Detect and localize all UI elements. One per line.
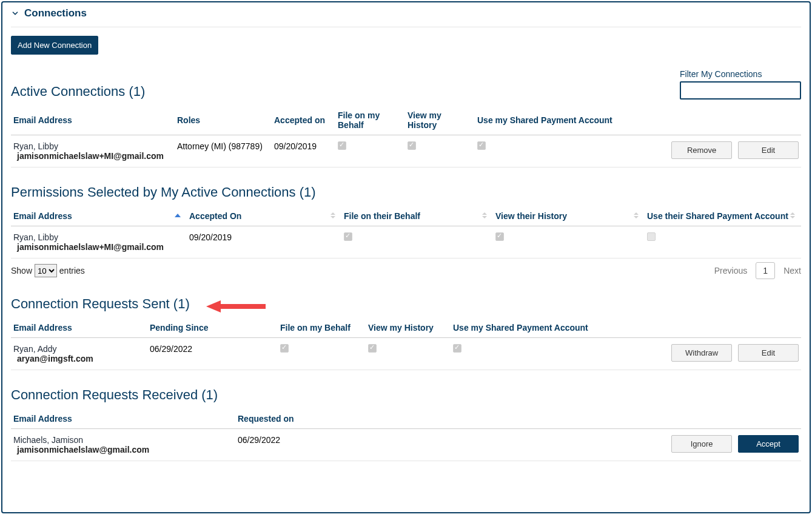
pager-next[interactable]: Next [783, 266, 801, 275]
col-email[interactable]: Email Address [11, 409, 235, 429]
row-roles: Attorney (MI) (987789) [175, 135, 272, 167]
checkbox-shared-payment [647, 232, 656, 241]
permissions-title: Permissions Selected by My Active Connec… [11, 184, 801, 200]
table-row: Michaels, Jamison jamisonmichaelslaw@gma… [11, 429, 801, 461]
requests-sent-title: Connection Requests Sent (1) [11, 296, 801, 312]
add-new-connection-button[interactable]: Add New Connection [11, 36, 98, 55]
checkbox-file-behalf [280, 344, 289, 353]
panel-title: Connections [24, 7, 87, 19]
checkbox-view-history [368, 344, 377, 353]
table-row: Ryan, Libby jamisonmichaelslaw+MI@gmail.… [11, 226, 801, 258]
col-file-behalf[interactable]: File on their Behalf [341, 206, 493, 226]
pager-row: Show 10 entries Previous 1 Next [11, 262, 801, 279]
connections-header[interactable]: Connections [11, 2, 801, 27]
table-row: Ryan, Libby jamisonmichaelslaw+MI@gmail.… [11, 135, 801, 167]
row-email: jamisonmichaelslaw+MI@gmail.com [17, 151, 172, 161]
col-accepted-on[interactable]: Accepted On [187, 206, 341, 226]
checkbox-file-behalf [344, 232, 352, 241]
permissions-table: Email Address Accepted On File on their … [11, 206, 801, 258]
filter-label: Filter My Connections [680, 69, 801, 79]
show-label: Show [11, 266, 32, 275]
col-actions [632, 106, 801, 135]
requests-received-table: Email Address Requested on Michaels, Jam… [11, 409, 801, 461]
edit-button[interactable]: Edit [738, 141, 799, 159]
col-email[interactable]: Email Address [11, 106, 175, 135]
row-name: Ryan, Libby [13, 141, 172, 151]
col-pending-since[interactable]: Pending Since [147, 318, 278, 338]
row-name: Ryan, Libby [13, 232, 184, 242]
connections-panel: Connections Add New Connection Active Co… [1, 1, 811, 513]
row-email: jamisonmichaelslaw@gmail.com [17, 445, 233, 454]
row-name: Ryan, Addy [13, 344, 145, 354]
active-connections-table: Email Address Roles Accepted on File on … [11, 106, 801, 167]
col-email[interactable]: Email Address [11, 206, 187, 226]
col-shared-payment[interactable]: Use my Shared Payment Account [475, 106, 632, 135]
row-email: aryan@imgsft.com [17, 354, 145, 363]
col-view-history[interactable]: View my History [405, 106, 475, 135]
withdraw-button[interactable]: Withdraw [671, 344, 732, 362]
col-requested-on[interactable]: Requested on [235, 409, 643, 429]
table-header-row: Email Address Pending Since File on my B… [11, 318, 801, 338]
svg-marker-1 [206, 300, 221, 313]
ignore-button[interactable]: Ignore [671, 435, 732, 453]
pager-page-1[interactable]: 1 [756, 262, 775, 279]
show-entries-select[interactable]: 10 [35, 264, 57, 277]
col-shared-payment[interactable]: Use my Shared Payment Account [451, 318, 629, 338]
row-email: jamisonmichaelslaw+MI@gmail.com [17, 242, 184, 252]
row-pending: 06/29/2022 [147, 338, 278, 370]
col-actions [629, 318, 801, 338]
row-name: Michaels, Jamison [13, 435, 233, 445]
annotation-arrow-icon [206, 297, 267, 316]
active-connections-title: Active Connections (1) [11, 84, 145, 100]
checkbox-file-behalf [338, 141, 346, 150]
row-accepted: 09/20/2019 [272, 135, 335, 167]
entries-label: entries [59, 266, 85, 275]
pager-previous[interactable]: Previous [714, 266, 747, 275]
checkbox-view-history [408, 141, 416, 150]
row-requested: 06/29/2022 [235, 429, 643, 461]
chevron-down-icon [11, 9, 19, 18]
requests-received-title: Connection Requests Received (1) [11, 387, 801, 403]
accept-button[interactable]: Accept [738, 435, 799, 453]
table-row: Ryan, Addy aryan@imgsft.com 06/29/2022 W… [11, 338, 801, 370]
col-roles[interactable]: Roles [175, 106, 272, 135]
table-header-row: Email Address Accepted On File on their … [11, 206, 801, 226]
checkbox-shared-payment [453, 344, 461, 353]
col-actions [643, 409, 801, 429]
filter-connections-input[interactable] [680, 81, 801, 100]
col-view-history[interactable]: View their History [493, 206, 645, 226]
table-header-row: Email Address Requested on [11, 409, 801, 429]
col-view-history[interactable]: View my History [366, 318, 451, 338]
col-accepted-on[interactable]: Accepted on [272, 106, 335, 135]
checkbox-shared-payment [477, 141, 486, 150]
col-email[interactable]: Email Address [11, 318, 147, 338]
edit-button[interactable]: Edit [738, 344, 799, 362]
row-accepted: 09/20/2019 [187, 226, 341, 258]
col-shared-payment[interactable]: Use their Shared Payment Account [645, 206, 801, 226]
remove-button[interactable]: Remove [671, 141, 732, 159]
requests-sent-table: Email Address Pending Since File on my B… [11, 318, 801, 370]
checkbox-view-history [495, 232, 504, 241]
table-header-row: Email Address Roles Accepted on File on … [11, 106, 801, 135]
col-file-behalf[interactable]: File on my Behalf [335, 106, 405, 135]
col-file-behalf[interactable]: File on my Behalf [278, 318, 366, 338]
